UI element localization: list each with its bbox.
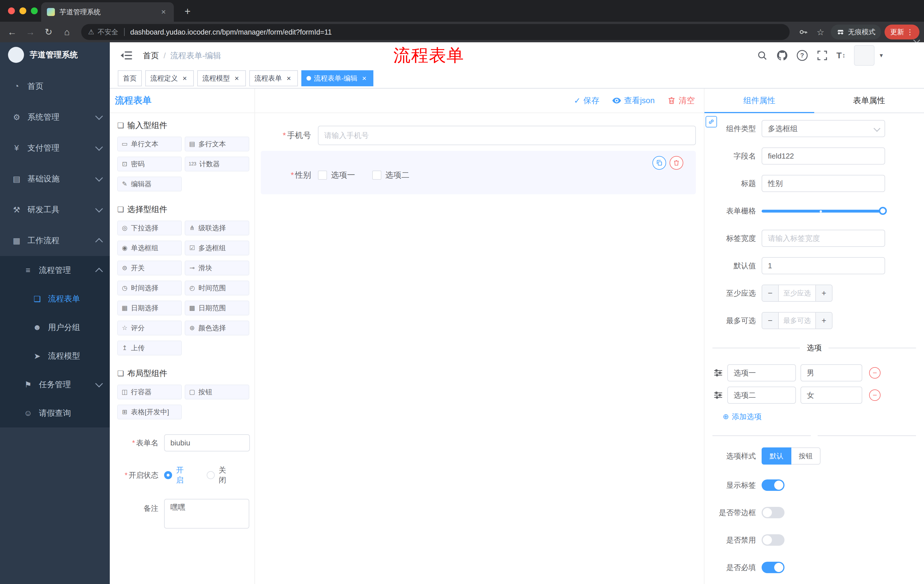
component-editor[interactable]: ✎编辑器: [117, 176, 182, 191]
tag-process-definition[interactable]: 流程定义 ×: [145, 70, 194, 86]
tag-close-icon[interactable]: ×: [181, 74, 189, 82]
reload-icon[interactable]: ↻: [41, 25, 56, 39]
drag-handle-icon[interactable]: [714, 391, 723, 400]
remove-option-button[interactable]: −: [869, 390, 881, 401]
border-switch[interactable]: [762, 507, 784, 518]
github-icon[interactable]: [777, 50, 788, 61]
component-time-range[interactable]: ◴时间范围: [185, 281, 249, 295]
browser-tab[interactable]: 芋道管理系统 ×: [41, 2, 174, 22]
component-color-picker[interactable]: ⊛颜色选择: [185, 321, 249, 336]
search-icon[interactable]: [756, 50, 768, 61]
save-button[interactable]: ✓ 保存: [574, 95, 599, 106]
option-2-label-input[interactable]: [727, 387, 796, 404]
component-date-picker[interactable]: ▦日期选择: [117, 301, 182, 316]
form-grid-slider[interactable]: [762, 202, 885, 219]
tab-close-icon[interactable]: ×: [159, 7, 168, 16]
option-2-value-input[interactable]: [800, 387, 862, 404]
component-switch[interactable]: ⊜开关: [117, 261, 182, 275]
sidebar-item-user-group[interactable]: ☻ 用户分组: [0, 313, 110, 342]
component-table[interactable]: ⊞表格[开发中]: [117, 405, 182, 419]
tag-close-icon[interactable]: ×: [360, 74, 368, 82]
tab-form-props[interactable]: 表单属性: [814, 89, 924, 113]
component-time-picker[interactable]: ◷时间选择: [117, 281, 182, 295]
view-json-button[interactable]: 查看json: [612, 95, 655, 106]
delete-field-button[interactable]: [670, 156, 683, 170]
fullscreen-icon[interactable]: [817, 50, 828, 61]
increase-button[interactable]: +: [815, 313, 832, 329]
component-multi-line-text[interactable]: ▤多行文本: [185, 137, 249, 151]
component-date-range[interactable]: ▩日期范围: [185, 301, 249, 316]
component-select[interactable]: ◎下拉选择: [117, 220, 182, 235]
component-slider[interactable]: ⊸滑块: [185, 261, 249, 275]
component-radio-group[interactable]: ◉单选框组: [117, 240, 182, 255]
new-tab-button[interactable]: +: [181, 5, 195, 18]
tab-component-props[interactable]: 组件属性: [705, 89, 814, 113]
default-value-input[interactable]: [762, 257, 885, 274]
component-cascader[interactable]: ⋔级联选择: [185, 220, 249, 235]
bookmark-star-icon[interactable]: ☆: [813, 25, 827, 39]
back-icon[interactable]: ←: [5, 25, 20, 39]
gender-option-1-checkbox[interactable]: 选项一: [318, 170, 355, 181]
style-default-button[interactable]: 默认: [762, 447, 791, 465]
field-name-input[interactable]: [762, 147, 885, 165]
sidebar-item-system[interactable]: ⚙ 系统管理: [0, 102, 110, 133]
breadcrumb-home[interactable]: 首页: [143, 50, 159, 61]
disabled-switch[interactable]: [762, 534, 784, 546]
sidebar-item-task-management[interactable]: ⚑ 任务管理: [0, 370, 110, 399]
style-button-button[interactable]: 按钮: [791, 447, 820, 465]
tag-process-form-edit[interactable]: 流程表单-编辑 ×: [301, 70, 373, 86]
gender-field-block-selected[interactable]: *性别 选项一 选项二: [261, 151, 696, 194]
sidebar-toggle-icon[interactable]: [120, 50, 133, 61]
font-size-icon[interactable]: T↕: [837, 51, 845, 60]
sidebar-item-home[interactable]: ◔ 首页: [0, 71, 110, 102]
max-select-value[interactable]: 最多可选: [779, 313, 815, 329]
status-on-radio[interactable]: 开启: [164, 465, 191, 485]
drag-handle-icon[interactable]: [714, 368, 723, 377]
gender-option-2-checkbox[interactable]: 选项二: [372, 170, 409, 181]
remove-option-button[interactable]: −: [869, 367, 881, 378]
maximize-window-button[interactable]: [31, 7, 38, 14]
sidebar-item-infrastructure[interactable]: ▤ 基础设施: [0, 163, 110, 194]
decrease-button[interactable]: −: [762, 313, 779, 329]
slider-handle[interactable]: [879, 207, 887, 215]
decrease-button[interactable]: −: [762, 285, 779, 301]
label-width-input[interactable]: [762, 230, 885, 247]
clear-button[interactable]: 清空: [667, 95, 695, 106]
tag-process-form[interactable]: 流程表单 ×: [249, 70, 298, 86]
component-type-select[interactable]: [762, 120, 885, 137]
add-option-button[interactable]: ⊕ 添加选项: [723, 412, 924, 422]
url-text[interactable]: dashboard.yudao.iocoder.cn/bpm/manager/f…: [130, 28, 332, 36]
phone-input[interactable]: [318, 126, 696, 145]
tag-home[interactable]: 首页: [118, 70, 142, 86]
help-icon[interactable]: ?: [797, 50, 808, 61]
component-button[interactable]: ▢按钮: [185, 385, 249, 400]
sidebar-item-payment[interactable]: ¥ 支付管理: [0, 133, 110, 163]
user-avatar[interactable]: [854, 45, 874, 66]
sidebar-item-leave-query[interactable]: ☺ 请假查询: [0, 399, 110, 428]
sidebar-item-process-model[interactable]: ➤ 流程模型: [0, 342, 110, 370]
form-name-input[interactable]: [164, 434, 250, 451]
component-row-container[interactable]: ◫行容器: [117, 385, 182, 400]
component-counter[interactable]: 123计数器: [185, 156, 249, 171]
sidebar-item-devtools[interactable]: ⚒ 研发工具: [0, 194, 110, 225]
tag-close-icon[interactable]: ×: [285, 74, 293, 82]
min-select-value[interactable]: 至少应选: [779, 285, 815, 301]
increase-button[interactable]: +: [815, 285, 832, 301]
sidebar-item-process-management[interactable]: ≡ 流程管理: [0, 256, 110, 285]
copy-field-button[interactable]: [652, 156, 666, 170]
component-upload[interactable]: ↥上传: [117, 341, 182, 355]
component-single-line-text[interactable]: ▭单行文本: [117, 137, 182, 151]
minimize-window-button[interactable]: [20, 7, 26, 14]
required-switch[interactable]: [762, 562, 784, 573]
form-remark-textarea[interactable]: 嘿嘿: [164, 499, 249, 528]
component-rate[interactable]: ☆评分: [117, 321, 182, 336]
sidebar-item-workflow[interactable]: ▦ 工作流程: [0, 225, 110, 256]
option-1-value-input[interactable]: [800, 364, 862, 382]
link-icon-button[interactable]: [706, 116, 717, 127]
forward-icon[interactable]: →: [23, 25, 38, 39]
address-bar[interactable]: ⚠ 不安全 dashboard.yudao.iocoder.cn/bpm/man…: [81, 24, 790, 40]
password-key-icon[interactable]: [797, 25, 810, 39]
sidebar-item-process-form[interactable]: ❏ 流程表单: [0, 285, 110, 313]
tag-process-model[interactable]: 流程模型 ×: [197, 70, 246, 86]
close-window-button[interactable]: [8, 7, 15, 14]
